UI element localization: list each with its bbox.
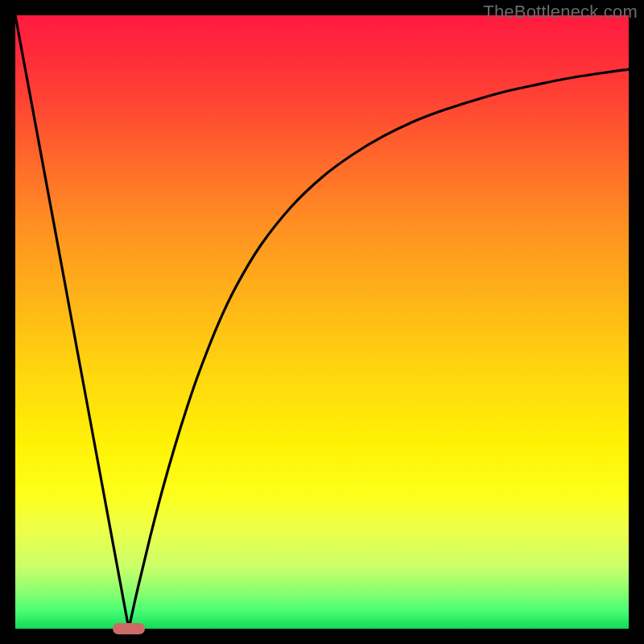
curve-left-branch	[15, 15, 129, 629]
bottleneck-curve	[15, 15, 629, 629]
bottleneck-marker	[113, 623, 145, 634]
plot-frame	[15, 15, 629, 629]
watermark-text: TheBottleneck.com	[483, 2, 638, 23]
curve-right-branch	[129, 69, 629, 629]
